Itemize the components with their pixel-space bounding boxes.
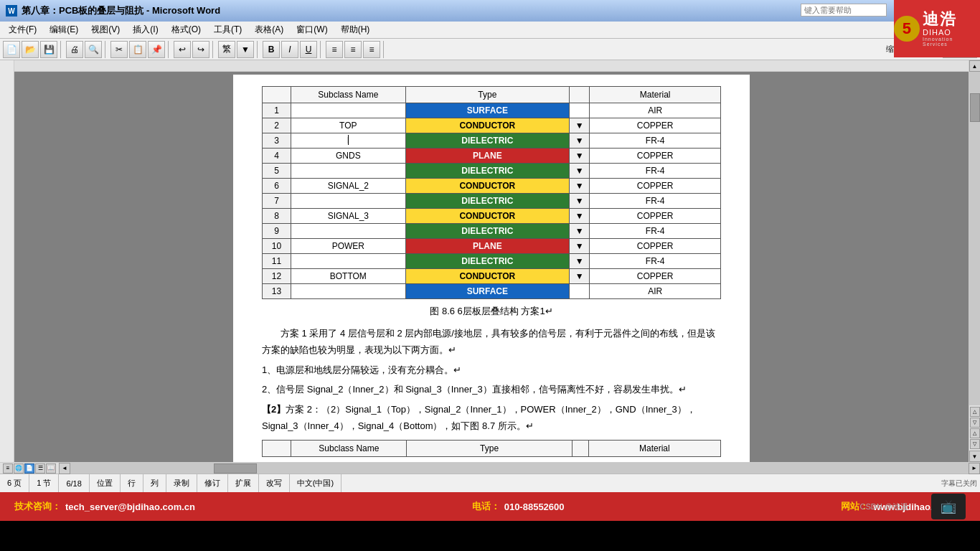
align-center-button[interactable]: ≡ [344, 41, 362, 58]
trad-simp-button[interactable]: 繁 [218, 41, 235, 58]
row-type: DIELECTRIC [405, 133, 569, 149]
row-dropdown [569, 103, 589, 118]
row-num: 8 [263, 209, 291, 224]
document-page: Subclass Name Type Material 1 SURFACE AI… [233, 75, 750, 462]
menu-tools[interactable]: 工具(T) [208, 22, 248, 37]
row-num: 6 [263, 179, 291, 194]
row-type: CONDUCTOR [405, 209, 569, 224]
italic-button[interactable]: I [281, 41, 298, 58]
toolbar-separator-3 [168, 41, 171, 58]
body-paragraph-1: 方案 1 采用了 4 层信号层和 2 层内部电源/接地层，具有较多的信号层，有利… [262, 325, 721, 359]
tech-label: 技术咨询： [14, 500, 61, 513]
row-dropdown[interactable]: ▼ [569, 209, 589, 224]
menu-format[interactable]: 格式(O) [166, 22, 207, 37]
menu-edit[interactable]: 编辑(E) [44, 22, 84, 37]
redo-button[interactable]: ↪ [192, 41, 209, 58]
copy-button[interactable]: 📋 [129, 41, 146, 58]
h-scroll-left-btn[interactable]: ◄ [59, 463, 70, 474]
save-button[interactable]: 💾 [40, 41, 57, 58]
row-dropdown[interactable]: ▼ [569, 269, 589, 284]
h-scroll-track[interactable] [70, 463, 969, 474]
scroll-mini-btn-2[interactable]: ▽ [970, 418, 980, 428]
row-dropdown[interactable]: ▼ [569, 239, 589, 254]
row-material: COPPER [590, 209, 721, 224]
main-area: Subclass Name Type Material 1 SURFACE AI… [0, 60, 980, 462]
scroll-mini-btn-4[interactable]: ▽ [970, 439, 980, 449]
scroll-down-button[interactable]: ▼ [969, 451, 981, 462]
row-type: SURFACE [405, 103, 569, 118]
row-dropdown[interactable]: ▼ [569, 149, 589, 164]
logo-pinyin: DIHAO [923, 28, 980, 37]
row-material: COPPER [590, 118, 721, 133]
new-button[interactable]: 📄 [3, 41, 20, 58]
row-num: 9 [263, 224, 291, 239]
align-left-button[interactable]: ≡ [326, 41, 343, 58]
h-scroll-thumb[interactable] [214, 463, 257, 474]
col2-header-arrow [572, 441, 588, 457]
trad-simp-button2[interactable]: ▼ [237, 41, 254, 58]
horizontal-scrollbar[interactable]: ≡ 🌐 📄 ☰ 📖 ◄ ► [0, 462, 980, 474]
menu-file[interactable]: 文件(F) [3, 22, 42, 37]
col-header-subclass: Subclass Name [291, 87, 405, 103]
status-revise2: 改写 [259, 474, 290, 492]
scroll-up-button[interactable]: ▲ [969, 60, 981, 72]
undo-button[interactable]: ↩ [174, 41, 191, 58]
menu-table[interactable]: 表格(A) [249, 22, 289, 37]
row-dropdown[interactable]: ▼ [569, 133, 589, 149]
row-dropdown[interactable]: ▼ [569, 118, 589, 133]
row-type: SURFACE [405, 284, 569, 299]
reading-view-btn[interactable]: 📖 [46, 463, 56, 474]
preview-button[interactable]: 🔍 [85, 41, 102, 58]
search-area[interactable] [801, 4, 887, 17]
table-row: 3 I DIELECTRIC ▼ FR-4 [263, 133, 721, 149]
scroll-mini-btn-3[interactable]: △ [970, 428, 980, 438]
status-record: 录制 [166, 474, 197, 492]
search-input[interactable] [801, 4, 887, 17]
paste-button[interactable]: 📌 [148, 41, 165, 58]
status-caption-label: 字幕已关闭 [938, 479, 980, 489]
menu-insert[interactable]: 插入(I) [127, 22, 164, 37]
menu-help[interactable]: 帮助(H) [335, 22, 376, 37]
row-dropdown[interactable]: ▼ [569, 254, 589, 269]
scroll-thumb[interactable] [970, 93, 980, 122]
table-row: 6 SIGNAL_2 CONDUCTOR ▼ COPPER [263, 179, 721, 194]
row-material: COPPER [590, 269, 721, 284]
menu-view[interactable]: 视图(V) [85, 22, 126, 37]
row-subclass [291, 224, 405, 239]
web-view-btn[interactable]: 🌐 [14, 463, 24, 474]
menu-window[interactable]: 窗口(W) [291, 22, 333, 37]
col-header-num [263, 87, 291, 103]
body-paragraph-3: 2、信号层 Signal_2（Inner_2）和 Signal_3（Inner_… [262, 381, 721, 397]
col2-header-material: Material [588, 441, 720, 457]
row-subclass: BOTTOM [291, 269, 405, 284]
scroll-mini-btn-1[interactable]: △ [970, 407, 980, 417]
cut-button[interactable]: ✂ [110, 41, 128, 58]
toolbar-separator-6 [320, 41, 323, 58]
underline-button[interactable]: U [300, 41, 317, 58]
table-row: 8 SIGNAL_3 CONDUCTOR ▼ COPPER [263, 209, 721, 224]
scroll-track[interactable] [969, 72, 980, 405]
tv-icon[interactable]: 📺 [931, 494, 966, 519]
bold-button[interactable]: B [263, 41, 280, 58]
row-type: CONDUCTOR [405, 179, 569, 194]
align-right-button[interactable]: ≡ [363, 41, 380, 58]
vertical-scrollbar[interactable]: ▲ △ ▽ △ ▽ ▼ [969, 60, 980, 462]
normal-view-btn[interactable]: ≡ [3, 463, 13, 474]
outline-view-btn[interactable]: ☰ [35, 463, 45, 474]
logo-circle-text: 5 [903, 19, 911, 38]
row-dropdown[interactable]: ▼ [569, 179, 589, 194]
row-material: FR-4 [590, 224, 721, 239]
table-row: 11 DIELECTRIC ▼ FR-4 [263, 254, 721, 269]
print-view-btn[interactable]: 📄 [24, 463, 34, 474]
row-num: 10 [263, 239, 291, 254]
row-dropdown[interactable]: ▼ [569, 194, 589, 209]
open-button[interactable]: 📂 [22, 41, 39, 58]
row-subclass [291, 254, 405, 269]
row-num: 5 [263, 164, 291, 179]
row-subclass [291, 164, 405, 179]
row-dropdown[interactable]: ▼ [569, 224, 589, 239]
h-scroll-right-btn[interactable]: ► [969, 463, 980, 474]
row-dropdown[interactable]: ▼ [569, 164, 589, 179]
toolbar-separator-5 [257, 41, 260, 58]
print-button[interactable]: 🖨 [66, 41, 83, 58]
